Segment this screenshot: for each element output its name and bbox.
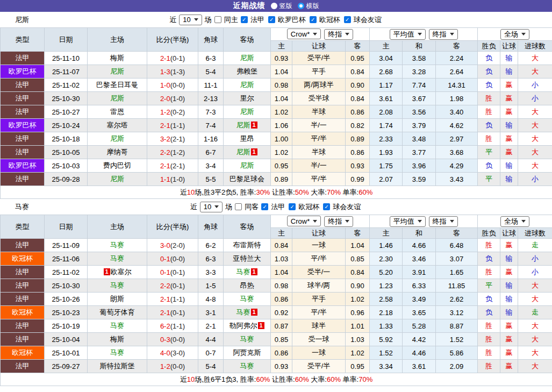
recent-count-select[interactable]: 10 xyxy=(200,202,223,212)
odds-type-select[interactable]: 终指 xyxy=(324,216,353,227)
handicap-line: 球半 xyxy=(292,319,346,333)
layout-option-horizontal[interactable]: 横版 xyxy=(298,2,319,11)
league-checkbox[interactable]: ✓ xyxy=(289,203,296,210)
table-row: 欧罗巴杯25-11-07尼斯1-3(1-3)5-4弗赖堡1.04平手0.842.… xyxy=(1,65,552,79)
team-link[interactable]: 尼斯 xyxy=(240,54,254,62)
league-checkbox[interactable]: ✓ xyxy=(344,16,351,23)
league-checkbox[interactable]: ✓ xyxy=(241,16,248,23)
chevron-down-icon xyxy=(313,220,317,223)
team-link[interactable]: 马赛 xyxy=(110,348,124,357)
team-link[interactable]: 巴黎足球会 xyxy=(230,175,264,183)
sub-header: 客 xyxy=(436,41,478,52)
home-team-cell: 尼斯 xyxy=(88,132,147,146)
team-link[interactable]: 尼斯 xyxy=(240,108,254,116)
goals-result-cell: 大 xyxy=(518,279,552,293)
average-select[interactable]: 平均值 xyxy=(390,216,426,227)
home-team-cell: 巴黎圣日耳曼 xyxy=(88,79,147,92)
team-link[interactable]: 弗赖堡 xyxy=(236,67,257,75)
team-link[interactable]: 尼斯 xyxy=(236,121,250,129)
handicap-home-odds: 1.04 xyxy=(271,266,292,279)
team-link[interactable]: 马赛 xyxy=(240,335,254,343)
score-cell: 4-0(3-0) xyxy=(147,346,198,360)
team-link[interactable]: 勒阿弗尔 xyxy=(230,322,257,330)
handicap-line: 受半/一 xyxy=(292,266,346,279)
asian-result-cell: 赢 xyxy=(500,360,518,373)
team-link[interactable]: 巴黎圣日耳曼 xyxy=(96,81,138,89)
team-link[interactable]: 斯特拉斯堡 xyxy=(100,362,135,370)
average-select[interactable]: 平均值 xyxy=(390,29,426,40)
result-cell: 胜 xyxy=(478,266,500,279)
handicap-line: 平手 xyxy=(292,293,346,306)
team-link[interactable]: 尼斯 xyxy=(110,67,124,75)
layout-option-vertical[interactable]: 竖版 xyxy=(271,2,292,11)
team-link[interactable]: 马赛 xyxy=(240,362,254,370)
handicap-line: 平手 xyxy=(292,65,346,79)
scope-select[interactable]: 全场 xyxy=(500,29,529,40)
radio-icon[interactable] xyxy=(271,3,277,9)
team-link[interactable]: 里尔 xyxy=(240,94,254,102)
result-cell: 平 xyxy=(478,279,500,293)
average-odds-type-select[interactable]: 终指 xyxy=(429,216,458,227)
chevron-down-icon xyxy=(214,205,219,208)
league-checkbox[interactable]: ✓ xyxy=(323,203,330,210)
team-link[interactable]: 雷恩 xyxy=(110,108,124,116)
col-header: 比分(半场) xyxy=(147,215,198,239)
league-checkbox[interactable]: ✓ xyxy=(261,203,268,210)
team-link[interactable]: 马赛 xyxy=(236,308,250,316)
same-venue-checkbox[interactable] xyxy=(235,203,242,210)
team-link[interactable]: 布雷斯特 xyxy=(233,241,261,249)
team-link[interactable]: 马赛 xyxy=(110,281,124,289)
handicap-line: 半球 xyxy=(292,146,346,159)
home-team-cell: 费内巴切 xyxy=(88,159,147,173)
away-team-cell: 里尔 xyxy=(224,92,271,105)
result-cell: 平 xyxy=(478,173,500,186)
team-link[interactable]: 阿贾克斯 xyxy=(233,348,261,357)
radio-checked-icon[interactable] xyxy=(298,3,304,9)
table-row: 法甲25-10-05摩纳哥2-2(1-2)6-7尼斯11.02半球0.861.9… xyxy=(1,146,552,159)
team-link[interactable]: 马赛 xyxy=(110,254,124,262)
league-checkbox[interactable]: ✓ xyxy=(268,16,275,23)
team-link[interactable]: 马赛 xyxy=(236,268,250,276)
result-cell: 胜 xyxy=(478,360,500,373)
handicap-away-odds: 1.02 xyxy=(346,346,370,360)
team-link[interactable]: 费内巴切 xyxy=(103,161,131,169)
team-link[interactable]: 马赛 xyxy=(240,295,254,303)
handicap-home-odds: 0.89 xyxy=(271,173,292,186)
team-link[interactable]: 亚特兰大 xyxy=(233,254,261,262)
recent-count-select[interactable]: 10 xyxy=(179,15,202,25)
asian-result-cell: 赢 xyxy=(500,239,518,252)
goals-result-cell: 大 xyxy=(518,159,552,173)
sub-header: 让球 xyxy=(292,228,346,239)
team-link[interactable]: 尼斯 xyxy=(110,134,124,142)
team-link[interactable]: 里昂 xyxy=(240,134,254,142)
team-link[interactable]: 尼斯 xyxy=(240,161,254,169)
league-checkbox[interactable]: ✓ xyxy=(310,16,317,23)
date-cell: 25-10-24 xyxy=(45,119,88,132)
red-card-badge: 1 xyxy=(251,309,257,316)
team-link[interactable]: 摩纳哥 xyxy=(107,148,128,156)
avg-away-odds: 2.97 xyxy=(436,132,478,146)
scope-select[interactable]: 全场 xyxy=(500,216,529,227)
avg-draw-odds: 3.58 xyxy=(403,52,436,65)
summary-line: 近10场,胜6平1负3, 胜率:60% 让胜率:60% 大率:60% 单率:70… xyxy=(1,373,552,386)
team-link[interactable]: 尼斯 xyxy=(110,94,124,102)
team-link[interactable]: 葡萄牙体育 xyxy=(100,308,135,316)
team-link[interactable]: 马赛 xyxy=(110,322,124,330)
bookmaker-select[interactable]: Crow* xyxy=(287,216,321,226)
same-venue-checkbox[interactable] xyxy=(214,16,221,23)
team-link[interactable]: 尼斯 xyxy=(110,175,124,183)
team-link[interactable]: 梅斯 xyxy=(110,335,124,343)
team-link[interactable]: 梅斯 xyxy=(110,54,124,62)
date-cell: 25-10-30 xyxy=(45,92,88,105)
league-type-cell: 欧罗巴杯 xyxy=(1,159,45,173)
team-link[interactable]: 朗斯 xyxy=(110,295,124,303)
team-link[interactable]: 马赛 xyxy=(110,241,124,249)
team-link[interactable]: 塞尔塔 xyxy=(107,121,128,129)
team-link[interactable]: 欧塞尔 xyxy=(111,268,132,276)
team-link[interactable]: 尼斯 xyxy=(236,148,250,156)
bookmaker-select[interactable]: Crow* xyxy=(287,28,321,39)
odds-type-select[interactable]: 终指 xyxy=(324,29,353,40)
average-odds-type-select[interactable]: 终指 xyxy=(429,29,458,40)
team-link[interactable]: 尼斯 xyxy=(240,81,254,89)
team-link[interactable]: 昂热 xyxy=(240,281,254,289)
